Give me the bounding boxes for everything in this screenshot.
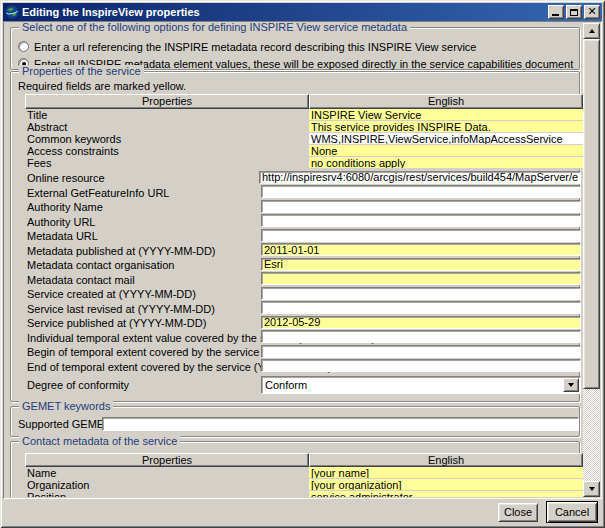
vertical-scrollbar[interactable] xyxy=(583,23,600,497)
radio-option-url[interactable]: Enter a url referencing the INSPIRE meta… xyxy=(18,40,476,53)
scrollbar-thumb[interactable] xyxy=(583,39,600,389)
table-row: Feesno conditions apply xyxy=(25,157,583,169)
input-row: Authority URL xyxy=(25,214,583,229)
property-value-input[interactable] xyxy=(261,316,581,329)
input-row: External GetFeatureInfo URL xyxy=(25,185,583,200)
gemet-group: GEMET keywords Supported GEMET themes xyxy=(10,406,580,437)
property-value-cell[interactable]: no conditions apply xyxy=(309,157,583,169)
table-row: Organization[your organization] xyxy=(25,479,583,491)
input-row: Metadata contact organisation xyxy=(25,257,583,272)
property-value-input[interactable] xyxy=(261,200,581,213)
close-button[interactable]: Close xyxy=(498,503,538,522)
input-row: End of temporal extent covered by the se… xyxy=(25,359,583,374)
property-label: Common keywords xyxy=(25,133,309,145)
property-value-input[interactable] xyxy=(261,229,581,242)
table-row: Common keywordsWMS,INSPIRE,ViewService,i… xyxy=(25,133,583,145)
input-row: Metadata published at (YYYY-MM-DD) xyxy=(25,243,583,258)
property-value-cell[interactable]: [your name] xyxy=(309,467,583,479)
minimize-icon xyxy=(552,14,559,16)
property-label: Metadata published at (YYYY-MM-DD) xyxy=(27,244,216,258)
property-value-input[interactable] xyxy=(261,214,581,227)
table-row: Access constraintsNone xyxy=(25,145,583,157)
degree-of-conformity-row: Degree of conformity Conform xyxy=(25,376,583,394)
input-row: Begin of temporal extent covered by the … xyxy=(25,344,583,359)
dialog-editing-inspireview-properties: Editing the InspireView properties ✕ Sel… xyxy=(0,0,605,528)
button-bar: Close Cancel xyxy=(3,499,602,525)
input-row: Service published at (YYYY-MM-DD) xyxy=(25,315,583,330)
property-value-input[interactable] xyxy=(261,359,581,372)
dropdown-arrow-button[interactable] xyxy=(563,378,579,392)
property-label: External GetFeatureInfo URL xyxy=(27,186,169,200)
property-value-input[interactable] xyxy=(261,272,581,285)
property-label: Authority Name xyxy=(27,200,103,214)
property-label: Service last revised at (YYYY-MM-DD) xyxy=(27,302,215,316)
scroll-panel: Select one of the following options for … xyxy=(3,21,602,499)
input-row: Service created at (YYYY-MM-DD) xyxy=(25,286,583,301)
dropdown-selected-value: Conform xyxy=(265,378,307,393)
chevron-down-icon xyxy=(589,487,595,491)
cancel-button[interactable]: Cancel xyxy=(546,501,598,523)
property-label: Service created at (YYYY-MM-DD) xyxy=(27,287,196,301)
maximize-icon xyxy=(570,9,578,16)
property-label: Position xyxy=(25,491,309,497)
property-value-input[interactable] xyxy=(261,243,581,256)
property-value-cell[interactable]: service administrator xyxy=(309,491,583,497)
input-row: Metadata URL xyxy=(25,228,583,243)
title-bar[interactable]: Editing the InspireView properties ✕ xyxy=(3,3,602,21)
maximize-button[interactable] xyxy=(566,5,582,19)
property-label: Fees xyxy=(25,157,309,169)
property-value-input[interactable] xyxy=(261,258,581,271)
close-window-button[interactable]: ✕ xyxy=(584,5,600,19)
property-value-cell[interactable]: [your organization] xyxy=(309,479,583,491)
property-label: Service published at (YYYY-MM-DD) xyxy=(27,316,206,330)
table-row: Name[your name] xyxy=(25,467,583,479)
input-row: Authority Name xyxy=(25,199,583,214)
properties-input-rows: Online resourceExternal GetFeatureInfo U… xyxy=(25,170,583,373)
table-row: Positionservice administrator xyxy=(25,491,583,497)
property-value-input[interactable] xyxy=(261,287,581,300)
contact-group-label: Contact metadata of the service xyxy=(19,435,180,447)
close-icon: ✕ xyxy=(587,6,596,17)
property-label: Degree of conformity xyxy=(27,377,129,394)
properties-group: Properties of the service Required field… xyxy=(10,71,580,402)
property-label: Online resource xyxy=(27,171,105,185)
chevron-down-icon xyxy=(568,383,574,387)
table-row: AbstractThis service provides INSPIRE Da… xyxy=(25,121,583,133)
property-label: Access constraints xyxy=(25,145,309,157)
properties-group-label: Properties of the service xyxy=(19,65,144,77)
property-label: Abstract xyxy=(25,121,309,133)
property-label: Organization xyxy=(25,479,309,491)
property-value-input[interactable] xyxy=(261,330,581,343)
property-value-input[interactable] xyxy=(261,345,581,358)
input-row: Service last revised at (YYYY-MM-DD) xyxy=(25,301,583,316)
contact-table-header: Properties English xyxy=(25,453,583,467)
property-value-input[interactable] xyxy=(261,301,581,314)
property-value-cell[interactable]: INSPIRE View Service xyxy=(309,109,583,121)
property-label: Title xyxy=(25,109,309,121)
globe-app-icon xyxy=(5,5,19,19)
dialog-content: Select one of the following options for … xyxy=(5,23,585,497)
gemet-themes-input[interactable] xyxy=(102,417,579,431)
property-value-cell[interactable]: None xyxy=(309,145,583,157)
property-label: Metadata contact mail xyxy=(27,273,135,287)
property-value-cell[interactable]: WMS,INSPIRE,ViewService,infoMapAccessSer… xyxy=(309,133,583,145)
property-label: Metadata contact organisation xyxy=(27,258,174,272)
table-row: TitleINSPIRE View Service xyxy=(25,109,583,121)
required-fields-note: Required fields are marked yellow. xyxy=(18,80,186,92)
radio-icon[interactable] xyxy=(18,41,29,52)
degree-of-conformity-dropdown[interactable]: Conform xyxy=(261,376,581,394)
options-group-label: Select one of the following options for … xyxy=(19,23,410,33)
minimize-button[interactable] xyxy=(548,5,564,19)
property-value-input[interactable] xyxy=(259,171,581,184)
window-title: Editing the InspireView properties xyxy=(22,6,546,18)
column-header-properties: Properties xyxy=(25,94,309,109)
contact-rows: Name[your name]Organization[your organiz… xyxy=(25,467,583,497)
scroll-up-button[interactable] xyxy=(583,23,600,39)
property-value-input[interactable] xyxy=(261,185,581,198)
property-label: Metadata URL xyxy=(27,229,98,243)
column-header-english: English xyxy=(309,453,583,467)
scroll-down-button[interactable] xyxy=(583,481,600,497)
property-value-cell[interactable]: This service provides INSPIRE Data. xyxy=(309,121,583,133)
column-header-properties: Properties xyxy=(25,453,309,467)
chevron-up-icon xyxy=(589,29,595,33)
